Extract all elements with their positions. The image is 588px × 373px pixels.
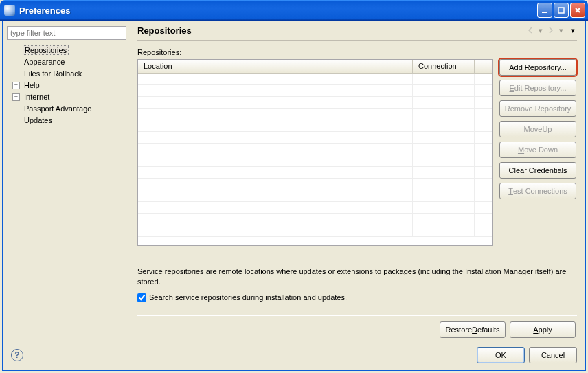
ok-button[interactable]: OK <box>477 347 525 363</box>
table-row <box>138 214 492 225</box>
cancel-button[interactable]: Cancel <box>529 347 577 363</box>
restore-defaults-button[interactable]: Restore Defaults <box>440 321 506 338</box>
filter-input[interactable] <box>7 26 126 40</box>
nav-tree: Repositories Appearance Files for Rollba… <box>7 44 128 332</box>
table-row <box>138 109 492 120</box>
maximize-button[interactable] <box>554 3 569 18</box>
table-row <box>138 97 492 109</box>
table-row <box>138 190 492 202</box>
back-icon <box>525 25 536 36</box>
table-body <box>138 74 492 246</box>
help-text: Service repositories are remote location… <box>137 267 577 288</box>
table-row <box>138 155 492 167</box>
tree-item-files-for-rollback[interactable]: Files for Rollback <box>11 68 128 79</box>
table-row <box>138 144 492 155</box>
close-button[interactable] <box>570 3 585 18</box>
nav-panel: Repositories Appearance Files for Rollba… <box>3 21 132 338</box>
tree-item-passport-advantage[interactable]: Passport Advantage <box>11 103 128 114</box>
move-up-button: Move Up <box>499 121 576 137</box>
apply-button[interactable]: Apply <box>510 321 576 338</box>
tree-item-appearance[interactable]: Appearance <box>11 56 128 67</box>
table-row <box>138 120 492 132</box>
tree-item-updates[interactable]: Updates <box>11 115 128 126</box>
column-filler <box>475 60 492 73</box>
svg-rect-1 <box>558 8 564 13</box>
page-title: Repositories <box>137 25 525 36</box>
repositories-label: Repositories: <box>137 48 577 56</box>
expand-icon[interactable]: + <box>12 82 20 89</box>
tree-item-repositories[interactable]: Repositories <box>11 45 128 56</box>
table-row <box>138 179 492 190</box>
window-title: Preferences <box>19 5 537 16</box>
table-row <box>138 202 492 214</box>
search-service-repos-label[interactable]: Search service repositories during insta… <box>149 293 347 302</box>
content-panel: Repositories ▾ ▾ ▾ Repositories: <box>132 21 585 338</box>
column-location[interactable]: Location <box>138 60 413 73</box>
svg-rect-0 <box>542 12 547 13</box>
tree-item-internet[interactable]: +Internet <box>11 91 128 102</box>
minimize-button[interactable] <box>537 3 552 18</box>
column-connection[interactable]: Connection <box>413 60 475 73</box>
back-menu-icon: ▾ <box>539 26 543 35</box>
clear-credentials-button[interactable]: Clear Credentials <box>499 162 576 179</box>
table-row <box>138 132 492 144</box>
table-row <box>138 85 492 97</box>
table-row <box>138 74 492 85</box>
help-icon[interactable]: ? <box>11 349 23 361</box>
tree-item-help[interactable]: +Help <box>11 80 128 91</box>
view-menu-icon[interactable]: ▾ <box>569 26 577 34</box>
forward-menu-icon: ▾ <box>559 26 563 35</box>
remove-repository-button: Remove Repository <box>499 100 576 117</box>
test-connections-button: Test Connections <box>499 183 576 199</box>
move-down-button: Move Down <box>499 142 576 158</box>
repositories-table[interactable]: Location Connection <box>137 59 493 246</box>
expand-icon[interactable]: + <box>12 93 20 101</box>
search-service-repos-checkbox[interactable] <box>137 293 146 302</box>
title-bar: Preferences <box>0 0 588 21</box>
table-row <box>138 167 492 179</box>
footer: ? OK Cancel <box>3 341 585 370</box>
edit-repository-button: Edit Repository... <box>499 80 576 96</box>
table-row <box>138 225 492 237</box>
forward-icon <box>545 25 556 36</box>
app-icon <box>4 5 15 16</box>
add-repository-button[interactable]: Add Repository... <box>499 59 576 76</box>
